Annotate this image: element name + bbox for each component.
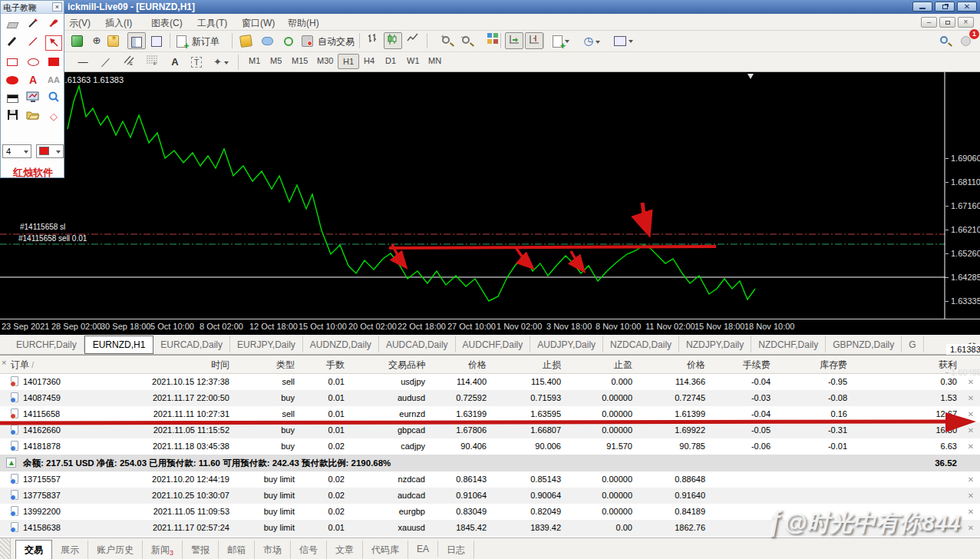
terminal-close-icon[interactable]: × — [2, 358, 6, 367]
line-chart-icon[interactable] — [404, 32, 422, 49]
autotrade-icon[interactable] — [301, 32, 319, 49]
child-minimize-button[interactable]: – — [921, 17, 937, 28]
delete-order-icon[interactable]: ✕ — [962, 488, 980, 504]
annotation-panel-titlebar[interactable]: 电子教鞭 × — [1, 1, 64, 14]
tab-journal[interactable]: 日志 — [438, 541, 474, 559]
new-order-icon[interactable]: + — [173, 32, 189, 49]
zoom-out-icon[interactable]: − — [459, 32, 477, 49]
restore-button[interactable] — [935, 2, 955, 12]
timeframe-w1[interactable]: W1 — [402, 54, 424, 69]
timeframe-d1[interactable]: D1 — [381, 54, 401, 69]
color-swatch-icon[interactable] — [4, 91, 21, 106]
col-order[interactable]: 订单 / — [0, 356, 130, 373]
col-price2[interactable]: 价格 — [637, 356, 710, 373]
price-axis[interactable]: 1.69060 1.68110 1.67160 1.66210 1.65260 … — [945, 72, 980, 319]
close-order-icon[interactable]: ✕ — [962, 406, 980, 422]
chart-tab-eurchf[interactable]: EURCHF,Daily — [9, 336, 84, 352]
tab-account-history[interactable]: 账户历史 — [88, 541, 143, 559]
tile-windows-icon[interactable] — [483, 32, 502, 49]
tab-alerts[interactable]: 警报 — [183, 541, 219, 559]
tab-signals[interactable]: 信号 — [291, 541, 327, 559]
zoom-in-icon[interactable]: + — [439, 32, 457, 49]
delete-order-icon[interactable]: ✕ — [962, 504, 980, 520]
close-order-icon[interactable]: ✕ — [962, 390, 980, 406]
auto-scroll-icon[interactable] — [505, 32, 523, 49]
col-price[interactable]: 价格 — [430, 356, 491, 373]
chart-tab-eurcad[interactable]: EURCAD,Daily — [153, 336, 230, 352]
horizontal-line-icon[interactable]: — — [74, 54, 92, 71]
pen-color-dropdown[interactable] — [36, 144, 64, 158]
order-row[interactable]: 14115658 2021.11.11 10:27:31sell 0.01eur… — [0, 406, 980, 422]
chart-tab-audchf[interactable]: AUDCHF,Daily — [456, 336, 531, 352]
annotation-panel-close-icon[interactable]: × — [52, 2, 62, 12]
brush-tool-icon[interactable] — [45, 17, 62, 32]
open-folder-icon[interactable] — [25, 109, 41, 124]
notifications-icon[interactable]: 1 — [956, 32, 975, 49]
menu-charts[interactable]: 图表(C) — [148, 16, 186, 31]
font-tool-icon[interactable]: AA — [45, 72, 62, 88]
community-icon[interactable] — [258, 32, 276, 49]
close-order-icon[interactable]: ✕ — [962, 438, 980, 455]
menu-tools[interactable]: 工具(T) — [194, 16, 230, 31]
col-sl[interactable]: 止损 — [491, 356, 566, 373]
chart-tab-audnzd[interactable]: AUDNZD,Daily — [303, 336, 379, 352]
text-label-icon[interactable]: T — [187, 54, 206, 71]
child-close-button[interactable]: × — [958, 17, 974, 28]
save-icon[interactable] — [4, 109, 21, 124]
new-chart-dropdown[interactable]: + — [548, 32, 574, 49]
tab-exposure[interactable]: 展示 — [52, 541, 88, 559]
magnifier-tool-icon[interactable] — [45, 91, 62, 106]
profiles-icon[interactable]: ★ — [107, 32, 126, 49]
chart-window-icon[interactable] — [68, 32, 86, 49]
pending-order-row[interactable]: 13775837 2021.10.25 10:30:07buy limit 0.… — [0, 488, 980, 504]
timeframe-m15[interactable]: M15 — [287, 54, 312, 69]
tab-mailbox[interactable]: 邮箱 — [219, 541, 255, 559]
candle-chart-icon[interactable] — [384, 32, 402, 49]
line-tool-icon[interactable] — [25, 35, 41, 51]
delete-order-icon[interactable]: ✕ — [962, 520, 980, 536]
tab-news[interactable]: 新闻3 — [143, 541, 183, 559]
chart-shift-icon[interactable] — [525, 32, 543, 49]
signals-icon[interactable] — [279, 32, 298, 49]
close-order-icon[interactable]: ✕ — [962, 422, 980, 438]
text-icon[interactable]: A — [166, 54, 184, 71]
chart-tab-nzdjpy[interactable]: NZDJPY,Daily — [679, 336, 751, 352]
filled-rectangle-tool-icon[interactable] — [45, 54, 62, 69]
chart-tab-nzdchf[interactable]: NZDCHF,Daily — [751, 336, 826, 352]
crosshair-icon[interactable]: ⊕ — [87, 32, 106, 49]
col-type[interactable]: 类型 — [234, 356, 299, 373]
chart-tab-audcad[interactable]: AUDCAD,Daily — [379, 336, 456, 352]
chart-tab-audjpy[interactable]: AUDJPY,Daily — [530, 336, 603, 352]
arrow-tool-icon[interactable] — [45, 35, 62, 51]
col-symbol[interactable]: 交易品种 — [349, 356, 430, 373]
timeframe-h1[interactable]: H1 — [338, 54, 359, 69]
tab-code-base[interactable]: 代码库 — [363, 541, 408, 559]
col-swap[interactable]: 库存费 — [775, 356, 852, 373]
order-row[interactable]: 14181878 2021.11.18 03:45:38buy 0.02cadj… — [0, 438, 980, 455]
chart-tab-partial[interactable]: G — [902, 336, 923, 352]
bar-chart-icon[interactable] — [364, 32, 382, 49]
marketplace-icon[interactable] — [236, 32, 255, 49]
order-row[interactable]: 14162660 2021.11.05 11:15:52buy 0.01gbpc… — [0, 422, 980, 438]
pending-order-row[interactable]: 13715557 2021.10.20 12:44:19buy limit 0.… — [0, 471, 980, 488]
filled-ellipse-tool-icon[interactable] — [4, 72, 21, 88]
time-axis[interactable]: 23 Sep 2021 28 Sep 02:00 30 Sep 18:00 5 … — [0, 319, 980, 335]
menu-window[interactable]: 窗口(W) — [239, 16, 278, 31]
arrows-dropdown[interactable]: ✦ — [209, 54, 233, 71]
col-commission[interactable]: 手续费 — [710, 356, 775, 373]
diamond-tool-icon[interactable]: ◇ — [45, 109, 62, 124]
ellipse-tool-icon[interactable] — [25, 54, 41, 69]
period-dropdown[interactable]: ◷ — [579, 32, 605, 49]
tab-articles[interactable]: 文章 — [327, 541, 363, 559]
chart-tab-eurjpy[interactable]: EURJPY,Daily — [230, 336, 303, 352]
child-restore-button[interactable] — [939, 17, 955, 28]
data-window-icon[interactable] — [147, 32, 166, 49]
eraser-tool-icon[interactable] — [4, 17, 21, 32]
search-icon[interactable] — [935, 32, 953, 49]
timeframe-mn[interactable]: MN — [424, 54, 446, 69]
new-order-button[interactable]: 新订单 — [192, 35, 219, 48]
trendline-icon[interactable]: ／ — [97, 54, 115, 71]
marker-tool-icon[interactable] — [4, 35, 21, 51]
pending-order-row[interactable]: 14158638 2021.11.17 02:57:24buy limit 0.… — [0, 520, 980, 536]
minimize-button[interactable] — [912, 2, 932, 12]
